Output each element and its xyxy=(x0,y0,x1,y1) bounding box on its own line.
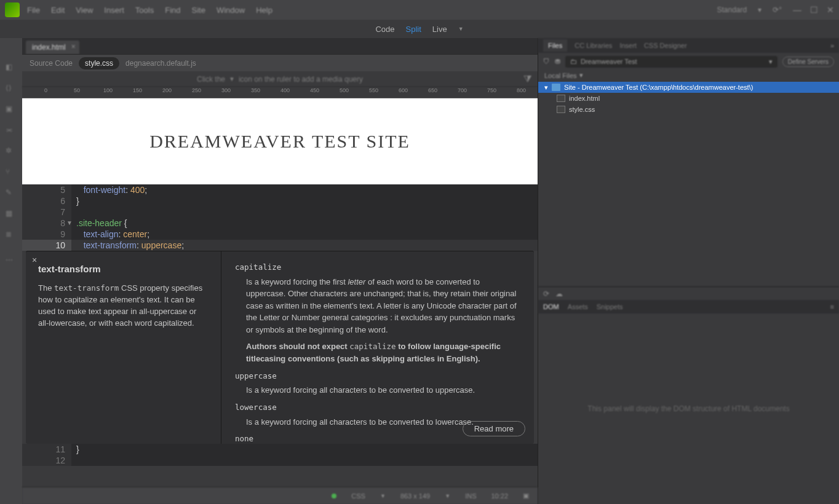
status-bar: CSS▼ 863 x 149▼ INS 10:22 ▣ xyxy=(22,487,538,504)
minimize-icon[interactable]: — xyxy=(793,5,801,15)
chevron-down-icon: ▾ xyxy=(758,6,761,14)
tool-rail: ◧ ⟨⟩ ▣ ⫘ ✲ ⑂ ✎ ▦ ≣ ⋯ xyxy=(0,38,22,504)
kw-lowercase: lowercase xyxy=(235,403,277,412)
document-area: index.html Source Code style.css degnaea… xyxy=(22,38,538,504)
media-query-hint: Click the ▼ icon on the ruler to add a m… xyxy=(22,71,538,87)
menu-insert[interactable]: Insert xyxy=(104,6,124,15)
close-icon[interactable]: × xyxy=(32,255,37,265)
source-stylecss[interactable]: style.css xyxy=(79,57,119,69)
gutter: 11 xyxy=(22,444,71,455)
refresh-icon[interactable]: ⟳ xyxy=(543,289,549,298)
related-files-bar: Source Code style.css degnaearch.default… xyxy=(22,54,538,71)
more-icon[interactable]: ⋯ xyxy=(6,256,17,267)
tick: 150 xyxy=(133,87,142,93)
dom-panel: ⟳ ☁ DOM Assets Snippets ≡ This panel wil… xyxy=(538,286,839,504)
view-live[interactable]: Live xyxy=(432,25,447,34)
menu-window[interactable]: Window xyxy=(217,6,245,15)
shield-icon[interactable]: ⛉ xyxy=(543,58,550,65)
menu-tools[interactable]: Tools xyxy=(135,6,154,15)
titlebar: File Edit View Insert Tools Find Site Wi… xyxy=(0,0,839,20)
kw-none: none xyxy=(235,434,253,443)
local-files-header[interactable]: Local Files▾ xyxy=(538,70,839,81)
hint-text-b: icon on the ruler to add a media query xyxy=(239,75,363,84)
code-text: } xyxy=(71,444,79,455)
menu-help[interactable]: Help xyxy=(256,6,272,15)
tick: 450 xyxy=(310,87,319,93)
dom-empty-hint: This panel will display the DOM structur… xyxy=(538,313,839,504)
menu-edit[interactable]: Edit xyxy=(51,6,65,15)
panel-icon[interactable]: ▦ xyxy=(6,209,17,220)
gutter: 6 xyxy=(22,195,71,207)
gutter: 7 xyxy=(22,207,71,218)
dom-panel-tabs: DOM Assets Snippets ≡ xyxy=(538,300,839,313)
code-editor[interactable]: 5 font-weight: 400; 6} 7 8▼.site-header … xyxy=(22,184,538,251)
layers-icon[interactable]: ≣ xyxy=(6,230,17,241)
live-preview[interactable]: Dreamweaver Test Site xyxy=(22,98,538,184)
site-name: Dreamweaver Test xyxy=(581,58,637,65)
menu-view[interactable]: View xyxy=(76,6,93,15)
read-more-button[interactable]: Read more xyxy=(463,421,525,436)
collapse-icon[interactable]: » xyxy=(830,42,834,49)
chevron-down-icon: ▾ xyxy=(769,58,773,66)
tab-css-designer[interactable]: CSS Designer xyxy=(644,42,687,49)
kw-capitalize: capitalize xyxy=(235,262,281,272)
tick: 0 xyxy=(44,87,47,93)
file-tree: ▾ Site - Dreamweaver Test (C:\xampp\htdo… xyxy=(538,81,839,116)
triangle-icon: ▼ xyxy=(229,76,235,82)
html-file-icon xyxy=(557,95,565,102)
code-prop: text-align xyxy=(84,229,119,239)
doc-values: capitalize Is a keyword forcing the firs… xyxy=(221,251,534,444)
brackets-icon[interactable]: ⟨⟩ xyxy=(6,84,17,95)
inspect-icon[interactable]: ◧ xyxy=(6,63,17,74)
tree-label: index.html xyxy=(569,95,600,102)
chevron-down-icon[interactable]: ▼ xyxy=(458,26,464,32)
menu-find[interactable]: Find xyxy=(165,6,180,15)
gutter: 8▼ xyxy=(22,218,71,229)
sync-icon[interactable]: ⟳° xyxy=(773,6,782,14)
view-split[interactable]: Split xyxy=(406,25,421,34)
file-index[interactable]: index.html xyxy=(538,93,839,104)
gutter: 12 xyxy=(22,455,71,466)
fold-icon[interactable]: ▼ xyxy=(66,218,73,229)
doc-tab-index[interactable]: index.html xyxy=(26,41,79,54)
db-icon[interactable]: ⛃ xyxy=(555,58,560,66)
tree-label: style.css xyxy=(569,106,595,113)
collapse-icon[interactable]: ≡ xyxy=(830,303,834,310)
link-icon[interactable]: ⫘ xyxy=(6,125,17,136)
close-icon[interactable]: ✕ xyxy=(827,5,834,15)
menu-file[interactable]: File xyxy=(27,6,40,15)
status-dims[interactable]: 863 x 149 xyxy=(400,492,430,500)
tab-snippets[interactable]: Snippets xyxy=(597,303,623,310)
status-lang[interactable]: CSS xyxy=(351,492,365,500)
workspace-switcher[interactable]: Standard xyxy=(717,6,747,14)
document-tabs: index.html xyxy=(22,38,538,54)
folder-icon xyxy=(552,84,560,91)
tab-files[interactable]: Files xyxy=(543,39,567,52)
site-root[interactable]: ▾ Site - Dreamweaver Test (C:\xampp\htdo… xyxy=(538,82,839,93)
gutter: 9 xyxy=(22,229,71,240)
code-editor-tail[interactable]: 11} 12 xyxy=(22,444,538,466)
source-code-link[interactable]: Source Code xyxy=(30,59,73,68)
ruler[interactable]: 0 50 100 150 200 250 300 350 400 450 500… xyxy=(22,87,538,98)
tab-dom[interactable]: DOM xyxy=(543,303,559,310)
branch-icon[interactable]: ⑂ xyxy=(6,167,17,178)
source-script[interactable]: degnaearch.default.js xyxy=(125,59,196,68)
tab-cc-libraries[interactable]: CC Libraries xyxy=(575,42,612,49)
cloud-icon[interactable]: ☁ xyxy=(555,289,563,298)
preview-heading: Dreamweaver Test Site xyxy=(149,131,410,152)
preview-icon[interactable]: ▣ xyxy=(523,492,529,500)
tree-label: Site - Dreamweaver Test (C:\xampp\htdocs… xyxy=(564,84,753,91)
kw-uppercase: uppercase xyxy=(235,371,277,380)
site-dropdown[interactable]: 🗀 Dreamweaver Test ▾ xyxy=(565,56,777,68)
tab-insert[interactable]: Insert xyxy=(619,42,637,49)
menu-site[interactable]: Site xyxy=(191,6,205,15)
tab-assets[interactable]: Assets xyxy=(568,303,588,310)
view-code[interactable]: Code xyxy=(375,25,394,34)
code-val: center xyxy=(123,229,147,239)
image-icon[interactable]: ▣ xyxy=(6,104,17,116)
gear-icon[interactable]: ✲ xyxy=(6,146,17,157)
pen-icon[interactable]: ✎ xyxy=(6,188,17,199)
maximize-icon[interactable]: ☐ xyxy=(810,5,818,15)
file-style[interactable]: style.css xyxy=(538,104,839,115)
define-servers-button[interactable]: Define Servers xyxy=(782,57,834,67)
